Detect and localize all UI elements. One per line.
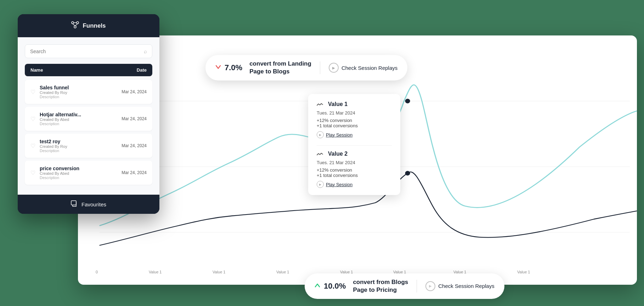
- tooltip-pill-top: 7.0% convert from Landing Page to Blogs …: [205, 55, 407, 80]
- heart-icon: ♡: [30, 89, 35, 95]
- funnel-desc: Description: [40, 149, 111, 153]
- up-arrow-icon: [315, 283, 322, 290]
- funnel-creator: Created By Abed: [40, 171, 111, 176]
- search-box[interactable]: ⌕: [25, 44, 152, 58]
- funnel-info: price conversion Created By Abed Descrip…: [40, 166, 111, 180]
- funnel-info: Sales funnel Created By Roy Description: [40, 85, 111, 99]
- play-session-label-2: Play Session: [326, 182, 352, 187]
- svg-point-11: [405, 99, 410, 104]
- check-replays-button-bottom[interactable]: ▶ Check Session Replays: [425, 281, 494, 291]
- pill-divider: [320, 61, 320, 74]
- pill-text-line1-bottom: convert from Blogs: [353, 278, 408, 286]
- funnels-panel: Funnels ⌕ Name Date ♡ Sales funnel Creat…: [18, 14, 159, 214]
- hover-tooltip-card: Value 1 Tues. 21 Mar 2024 +12% conversio…: [308, 94, 400, 195]
- pill-text-line2-bottom: Page to Pricing: [353, 286, 408, 294]
- play-session-link-2[interactable]: ▶ Play Session: [317, 181, 392, 188]
- favourites-icon: [71, 200, 78, 208]
- funnel-name: Sales funnel: [40, 85, 111, 90]
- rate-value-top: 7.0%: [225, 63, 242, 72]
- heart-icon: ♡: [30, 143, 35, 149]
- hover-play-icon-1: ▶: [317, 131, 324, 138]
- value2-title: Value 2: [328, 151, 348, 157]
- play-circle-icon-bottom: ▶: [425, 281, 435, 291]
- value1-date: Tues. 21 Mar 2024: [317, 110, 392, 116]
- heart-icon: ♡: [30, 169, 35, 176]
- funnel-date: Mar 24, 2024: [115, 143, 147, 148]
- hover-value1-section: Value 1 Tues. 21 Mar 2024 +12% conversio…: [317, 101, 392, 138]
- funnel-date: Mar 24, 2024: [115, 116, 147, 121]
- value2-conversion: +12% conversion: [317, 167, 392, 173]
- svg-point-12: [405, 171, 410, 176]
- funnel-info: Hotjar alternativ... Created By Abed Des…: [40, 112, 111, 126]
- list-item[interactable]: ♡ price conversion Created By Abed Descr…: [25, 161, 152, 185]
- favourites-label: Favourites: [81, 201, 106, 207]
- funnel-creator: Created By Roy: [40, 90, 111, 95]
- funnels-footer[interactable]: Favourites: [18, 195, 159, 214]
- col-date: Date: [108, 67, 147, 73]
- pill-text-bottom: convert from Blogs Page to Pricing: [353, 278, 408, 294]
- trend-icon-1: [317, 102, 323, 108]
- pill-rate-bottom: 10.0%: [315, 282, 346, 291]
- list-item[interactable]: ♡ test2 roy Created By Roy Description M…: [25, 134, 152, 158]
- pill-divider-bottom: [417, 280, 417, 293]
- funnel-date: Mar 24, 2024: [115, 170, 147, 175]
- x-label-0: 0: [96, 270, 98, 274]
- play-session-label-1: Play Session: [326, 132, 352, 138]
- check-replays-button-top[interactable]: ▶ Check Session Replays: [329, 63, 397, 73]
- funnel-name: Hotjar alternativ...: [40, 112, 111, 117]
- play-circle-icon: ▶: [329, 63, 339, 73]
- svg-rect-6: [71, 201, 76, 205]
- x-label-7: Value 1: [517, 270, 530, 274]
- down-arrow-icon: [215, 64, 222, 71]
- play-session-link-1[interactable]: ▶ Play Session: [317, 131, 392, 138]
- funnels-title: Funnels: [83, 22, 106, 29]
- check-replays-label-top: Check Session Replays: [341, 65, 397, 71]
- svg-line-5: [75, 24, 78, 26]
- x-label-3: Value 1: [276, 270, 289, 274]
- funnels-body: ⌕ Name Date ♡ Sales funnel Created By Ro…: [18, 37, 159, 195]
- search-input[interactable]: [30, 49, 141, 54]
- funnel-creator: Created By Roy: [40, 144, 111, 149]
- funnel-desc: Description: [40, 176, 111, 180]
- value1-total: +1 total conversions: [317, 123, 392, 128]
- pill-text-line1: convert from Landing: [249, 60, 311, 68]
- col-name: Name: [30, 67, 108, 73]
- hover-divider: [317, 145, 392, 146]
- pill-rate-top: 7.0%: [215, 63, 242, 72]
- funnel-name: test2 roy: [40, 139, 111, 144]
- rate-value-bottom: 10.0%: [324, 282, 346, 291]
- hover-value2-section: Value 2 Tues. 21 Mar 2024 +12% conversio…: [317, 151, 392, 188]
- funnel-name: price conversion: [40, 166, 111, 171]
- svg-line-4: [73, 24, 75, 26]
- pill-text-line2: Page to Blogs: [249, 68, 311, 76]
- funnel-info: test2 roy Created By Roy Description: [40, 139, 111, 153]
- svg-point-0: [72, 22, 74, 24]
- funnel-desc: Description: [40, 122, 111, 126]
- tooltip-pill-bottom: 10.0% convert from Blogs Page to Pricing…: [305, 273, 504, 299]
- search-icon: ⌕: [144, 48, 147, 54]
- x-label-2: Value 1: [213, 270, 226, 274]
- value1-conversion: +12% conversion: [317, 118, 392, 123]
- value2-total: +1 total conversions: [317, 173, 392, 178]
- funnels-header: Funnels: [18, 14, 159, 37]
- value1-title: Value 1: [328, 101, 348, 107]
- trend-icon-2: [317, 152, 323, 157]
- funnel-desc: Description: [40, 95, 111, 99]
- check-replays-label-bottom: Check Session Replays: [438, 283, 494, 289]
- list-item[interactable]: ♡ Hotjar alternativ... Created By Abed D…: [25, 107, 152, 131]
- x-label-1: Value 1: [149, 270, 162, 274]
- svg-point-2: [74, 26, 76, 28]
- list-item[interactable]: ♡ Sales funnel Created By Roy Descriptio…: [25, 80, 152, 104]
- svg-point-1: [77, 22, 79, 24]
- value2-date: Tues. 21 Mar 2024: [317, 160, 392, 165]
- funnels-icon: [71, 21, 79, 30]
- funnel-date: Mar 24, 2024: [115, 89, 147, 94]
- hover-play-icon-2: ▶: [317, 181, 324, 188]
- heart-icon: ♡: [30, 116, 35, 122]
- table-header: Name Date: [25, 64, 152, 76]
- pill-text-top: convert from Landing Page to Blogs: [249, 60, 311, 76]
- funnel-creator: Created By Abed: [40, 117, 111, 122]
